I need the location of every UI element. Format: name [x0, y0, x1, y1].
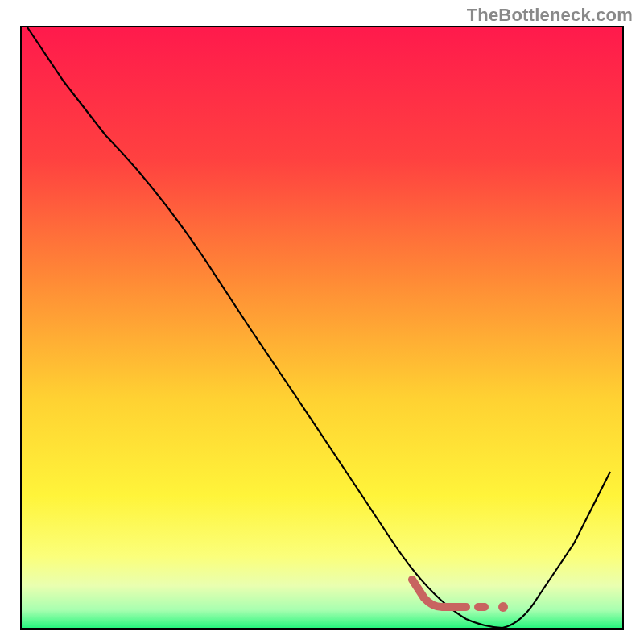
highlight-dash	[474, 603, 489, 611]
main-curve	[27, 27, 610, 628]
chart-curve-layer	[22, 27, 622, 628]
highlight-dot	[498, 602, 508, 612]
watermark-text: TheBottleneck.com	[467, 5, 633, 26]
highlight-segment	[412, 580, 466, 607]
chart-frame	[20, 26, 624, 630]
